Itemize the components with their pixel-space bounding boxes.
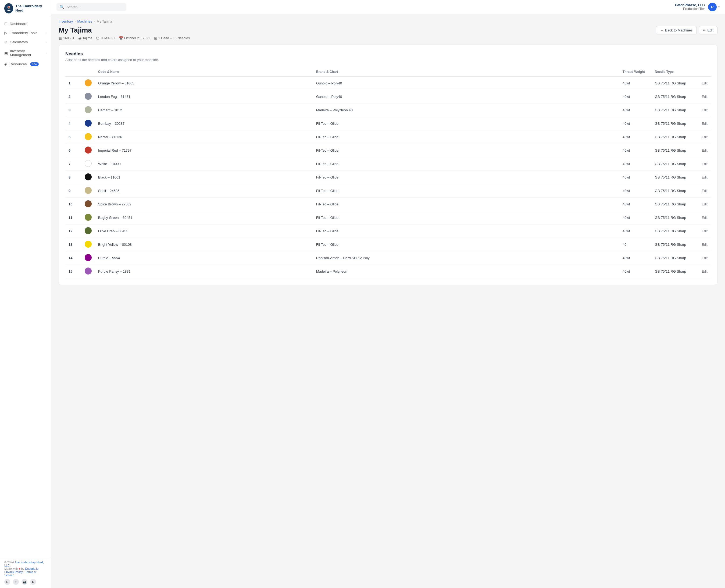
needle-edit[interactable]: Edit xyxy=(695,197,711,211)
needle-edit[interactable]: Edit xyxy=(695,77,711,90)
needle-edit[interactable]: Edit xyxy=(695,225,711,238)
needle-number: 3 xyxy=(65,104,82,117)
edit-link[interactable]: Edit xyxy=(702,162,707,166)
user-button[interactable]: P ▾ xyxy=(708,3,720,11)
edit-link[interactable]: Edit xyxy=(702,108,707,112)
edit-link[interactable]: Edit xyxy=(702,203,707,206)
breadcrumb-inventory[interactable]: Inventory xyxy=(59,19,73,23)
heads-icon: ⊞ xyxy=(154,36,157,40)
instagram-icon[interactable]: 📷 xyxy=(22,579,27,585)
needle-weight: 40wt xyxy=(619,90,652,104)
needles-subtitle: A list of all the needles and colors ass… xyxy=(65,58,711,62)
youtube-icon[interactable]: ▶ xyxy=(30,579,36,585)
edit-link[interactable]: Edit xyxy=(702,229,707,233)
page-header-left: My Tajima ▦ 168581 ◉ Tajima ⬡ TFMX-IIC xyxy=(59,26,190,40)
needle-type: GB 75/11 RG Sharp xyxy=(652,225,695,238)
edit-link[interactable]: Edit xyxy=(702,256,707,260)
needle-edit[interactable]: Edit xyxy=(695,90,711,104)
sidebar-item-dashboard[interactable]: ⊞ Dashboard xyxy=(0,19,51,28)
needle-edit[interactable]: Edit xyxy=(695,157,711,171)
needles-table-body: 1 Orange Yellow – 61065 Gunold – Poly40 … xyxy=(65,77,711,278)
needle-number: 6 xyxy=(65,144,82,157)
page-area: Inventory › Machines › My Tajima My Taji… xyxy=(51,14,725,588)
needle-brand: Fil-Tec – Glide xyxy=(313,238,619,251)
color-swatch xyxy=(85,160,92,167)
edit-button[interactable]: ✏ Edit xyxy=(699,26,718,35)
resources-icon: ◈ xyxy=(4,62,7,66)
sidebar-item-inventory-management[interactable]: ▣ Inventory Management › xyxy=(0,46,51,59)
edit-link[interactable]: Edit xyxy=(702,95,707,99)
needle-edit[interactable]: Edit xyxy=(695,211,711,225)
sidebar-item-label: Dashboard xyxy=(10,22,27,26)
needle-number: 8 xyxy=(65,171,82,184)
legal-links: Privacy Policy | Terms of Service xyxy=(4,570,46,577)
sidebar: The Embroidery Nerd ⊞ Dashboard ▷ Embroi… xyxy=(0,0,51,588)
needle-edit[interactable]: Edit xyxy=(695,171,711,184)
needle-color xyxy=(82,157,95,171)
needle-weight: 40wt xyxy=(619,197,652,211)
color-swatch xyxy=(85,120,92,127)
main-content: 🔍 PatchPhrase, LLC Production Tier P ▾ I… xyxy=(51,0,725,588)
needle-number: 1 xyxy=(65,77,82,90)
needle-weight: 40wt xyxy=(619,157,652,171)
color-swatch xyxy=(85,240,92,248)
table-row: 15 Purple Pansy – 1831 Madeira – Polyneo… xyxy=(65,265,711,278)
needle-color xyxy=(82,144,95,157)
sidebar-item-embroidery-tools[interactable]: ▷ Embroidery Tools › xyxy=(0,28,51,37)
needle-edit[interactable]: Edit xyxy=(695,238,711,251)
enderle-link[interactable]: Enderle.io xyxy=(25,567,39,570)
needle-brand: Fil-Tec – Glide xyxy=(313,184,619,197)
needle-number: 7 xyxy=(65,157,82,171)
needle-type: GB 75/11 RG Sharp xyxy=(652,265,695,278)
sidebar-item-resources[interactable]: ◈ Resources New xyxy=(0,59,51,68)
needle-edit[interactable]: Edit xyxy=(695,265,711,278)
logo-image xyxy=(4,3,13,14)
table-row: 9 Shell – 24535 Fil-Tec – Glide 40wt GB … xyxy=(65,184,711,197)
edit-link[interactable]: Edit xyxy=(702,149,707,152)
discord-icon[interactable]: D xyxy=(4,579,10,585)
back-to-machines-button[interactable]: ← Back to Machines xyxy=(656,26,697,35)
search-box[interactable]: 🔍 xyxy=(57,3,126,11)
needle-type: GB 75/11 RG Sharp xyxy=(652,77,695,90)
edit-link[interactable]: Edit xyxy=(702,270,707,273)
needle-brand: Madeira – Polyneon xyxy=(313,265,619,278)
meta-date: 📅 October 21, 2022 xyxy=(119,36,150,40)
edit-link[interactable]: Edit xyxy=(702,189,707,193)
color-swatch xyxy=(85,173,92,181)
color-swatch xyxy=(85,79,92,86)
needle-color xyxy=(82,197,95,211)
needle-edit[interactable]: Edit xyxy=(695,184,711,197)
needle-code: Bombay – 30287 xyxy=(95,117,313,130)
color-swatch xyxy=(85,227,92,234)
needle-edit[interactable]: Edit xyxy=(695,117,711,130)
needle-brand: Robison-Anton – Card SBP-2 Poly xyxy=(313,251,619,265)
needle-color xyxy=(82,184,95,197)
needle-edit[interactable]: Edit xyxy=(695,130,711,144)
edit-link[interactable]: Edit xyxy=(702,82,707,85)
tier-label: Production Tier xyxy=(675,7,705,11)
edit-link[interactable]: Edit xyxy=(702,122,707,126)
edit-link[interactable]: Edit xyxy=(702,216,707,220)
facebook-icon[interactable]: f xyxy=(13,579,19,585)
needle-edit[interactable]: Edit xyxy=(695,104,711,117)
breadcrumb: Inventory › Machines › My Tajima xyxy=(59,19,718,23)
color-swatch xyxy=(85,200,92,207)
needle-edit[interactable]: Edit xyxy=(695,251,711,265)
edit-link[interactable]: Edit xyxy=(702,175,707,179)
search-input[interactable] xyxy=(66,5,123,9)
col-header-swatch xyxy=(82,67,95,77)
needle-color xyxy=(82,225,95,238)
edit-link[interactable]: Edit xyxy=(702,135,707,139)
needle-brand: Fil-Tec – Glide xyxy=(313,117,619,130)
needle-brand: Fil-Tec – Glide xyxy=(313,225,619,238)
table-row: 4 Bombay – 30287 Fil-Tec – Glide 40wt GB… xyxy=(65,117,711,130)
needle-color xyxy=(82,265,95,278)
needle-edit[interactable]: Edit xyxy=(695,144,711,157)
table-row: 5 Nectar – 80136 Fil-Tec – Glide 40wt GB… xyxy=(65,130,711,144)
breadcrumb-machines[interactable]: Machines xyxy=(77,19,92,23)
privacy-link[interactable]: Privacy Policy xyxy=(4,570,23,573)
sidebar-footer: © 2024 The Embroidery Nerd, LLC. Made wi… xyxy=(0,557,51,588)
id-icon: ▦ xyxy=(59,36,62,40)
sidebar-item-calculators[interactable]: ⊕ Calculators › xyxy=(0,37,51,46)
edit-link[interactable]: Edit xyxy=(702,243,707,247)
